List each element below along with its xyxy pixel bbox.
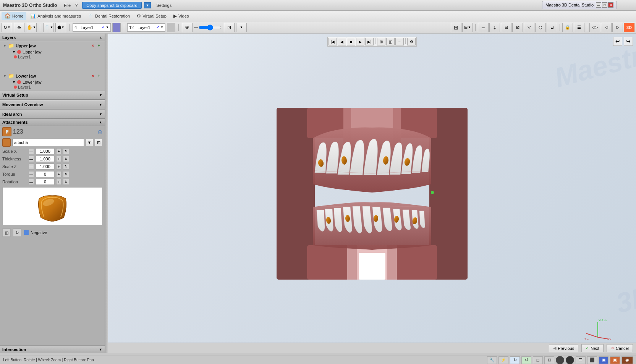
sb-dark-circle2[interactable] [566,356,574,364]
reflect-btn2[interactable]: ▷ [612,23,623,32]
menu-help[interactable]: ? [73,2,80,8]
param-torque-plus[interactable]: + [56,171,61,177]
vt-first-btn[interactable]: |◀ [329,38,337,45]
tab-analysis[interactable]: 📊 Analysis and measures [27,12,84,20]
upper-jaw-add-btn[interactable]: + [96,43,102,49]
layer1-select[interactable]: 4 - Layer1 ✓ ▼ [73,23,111,32]
param-scalex-plus[interactable]: + [56,148,61,154]
attach-option-btn1[interactable]: ◫ [2,228,11,237]
param-torque-cycle[interactable]: ↻ [63,171,69,177]
sb-special-btn[interactable]: ◉ [621,356,633,364]
menu-file[interactable]: File [61,2,73,8]
view-arr-btn5[interactable]: ▽ [524,23,534,32]
param-scalez-minus[interactable]: — [29,163,34,170]
upper-jaw-group-header[interactable]: ▼ 📁 Upper jaw ✕ + [2,42,103,49]
shape-tool-btn[interactable]: ⬟▼ [55,23,66,32]
redo-btn[interactable]: ↪ [624,37,633,46]
param-scalez-plus[interactable]: + [56,163,61,170]
sb-blue-btn[interactable]: ▣ [599,356,608,364]
attachments-header[interactable]: Attachments ▲ [0,119,105,126]
grid-btn2[interactable]: ⊞▼ [462,23,473,32]
vt-layout-btn[interactable]: ◫ [386,38,395,45]
sb-tool-btn1[interactable]: 🔧 [487,356,497,364]
tab-dental-restoration[interactable]: 🦷 Dental Restoration [85,12,133,20]
param-scalex-minus[interactable]: — [29,148,34,154]
popup-maximize-btn[interactable]: □ [602,2,607,8]
layer1-dropdown-icon[interactable]: ▼ [106,26,109,29]
layers-expand-icon[interactable]: ▲ [99,36,102,39]
move-tool-btn[interactable]: ✋▼ [26,23,37,32]
vt-stop-btn[interactable]: ■ [347,38,355,45]
attach-option-btn2[interactable]: ↻ [13,228,21,237]
layer1-color-btn[interactable] [112,23,121,32]
param-scalez-cycle[interactable]: ↻ [63,163,69,170]
list-btn[interactable]: ☰ [574,23,584,32]
tab-home[interactable]: 🏠 Home [2,12,26,20]
mirror-btn[interactable]: ◁▷ [589,23,600,32]
layers-header[interactable]: Layers ▲ [0,34,105,41]
sb-tool-btn2[interactable]: ⚡ [498,356,508,364]
view-btn2[interactable]: ⊡ [224,23,235,32]
rotate-tool-btn[interactable]: ↻▼ [2,23,12,32]
param-thickness-minus[interactable]: — [29,156,34,162]
param-rotation-cycle[interactable]: ↻ [63,179,69,185]
select-tool-btn[interactable]: ⊕ [14,23,24,32]
param-torque-minus[interactable]: — [29,171,34,177]
virtual-setup-header[interactable]: Virtual Setup ▼ [0,91,105,100]
tab-virtual-setup[interactable]: ⚙ Virtual Setup [134,12,170,20]
param-thickness-cycle[interactable]: ↻ [63,156,69,162]
sb-square-btn2[interactable]: ⊡ [544,356,554,364]
grid-btn1[interactable]: ⊞ [451,23,461,32]
vt-prev-btn[interactable]: ◀ [338,38,346,45]
sb-cube-btn[interactable]: ⬛ [587,356,597,364]
sb-orange-btn[interactable]: ▣ [610,356,620,364]
lower-jaw-remove-btn[interactable]: ✕ [90,73,95,79]
vt-settings-btn[interactable]: ⚙ [407,38,416,45]
vt-play-btn[interactable]: ▶ [356,38,364,45]
view-arr-btn3[interactable]: ⊟ [501,23,511,32]
undo-btn[interactable]: ↩ [613,37,622,46]
sb-dark-circle1[interactable] [556,356,564,364]
vt-grid-btn[interactable]: ⊞ [377,38,385,45]
view-dropdown-btn[interactable]: ▼ [236,23,247,32]
cancel-btn[interactable]: ✕ Cancel [607,344,633,352]
tab-video[interactable]: ▶ Video [170,12,192,20]
layer2-color-btn[interactable] [167,23,175,32]
reflect-btn[interactable]: ◁ [601,23,612,32]
param-rotation-minus[interactable]: — [29,179,34,185]
vt-last-btn[interactable]: ▶| [365,38,374,45]
resize-handle[interactable] [105,34,108,353]
popup-minimize-btn[interactable]: — [596,2,601,8]
vt-more-btn[interactable]: ⋯ [395,38,404,45]
view-arr-btn4[interactable]: ⊠ [512,23,523,32]
sb-square-btn1[interactable]: □ [533,356,543,364]
teeth-tool-btn[interactable]: 🦷▼ [43,23,54,32]
negative-checkbox[interactable] [24,230,29,235]
next-btn[interactable]: ✓ Next [581,344,604,352]
lock-btn[interactable]: 🔒 [562,23,573,32]
param-scalex-cycle[interactable]: ↻ [63,148,69,154]
intersection-header[interactable]: Intersection ▼ [0,346,105,353]
prev-btn[interactable]: ◀ Previous [549,344,578,352]
menu-settings[interactable]: Settings [154,2,174,8]
lower-jaw-group-header[interactable]: ▼ 📁 Lower jaw ✕ + [2,72,103,79]
view3d-btn[interactable]: 3D [624,23,634,32]
layer2-select[interactable]: 12 - Layer1 ✓ ▼ [127,23,165,32]
viewport[interactable]: Maestro 3D |◀ ◀ ■ ▶ ▶| ⊞ ◫ ⋯ ⚙ ↩ ↪ [108,34,636,353]
opacity-slider[interactable] [199,24,222,31]
view-arr-btn6[interactable]: ◎ [535,23,546,32]
attach-action-btn[interactable]: ⊡ [95,139,102,146]
popup-close-btn[interactable]: ✕ [608,2,613,8]
view-arr-btn7[interactable]: ⊿ [547,23,557,32]
param-thickness-plus[interactable]: + [56,156,61,162]
lower-jaw-add-btn[interactable]: + [96,73,102,79]
snapshot-dropdown-icon[interactable]: ▼ [144,2,151,8]
param-rotation-plus[interactable]: + [56,179,61,185]
sb-rotate-btn2[interactable]: ↺ [521,356,531,364]
ideal-arch-header[interactable]: Ideal arch ▼ [0,110,105,119]
sb-list-btn[interactable]: ☰ [576,356,586,364]
snapshot-button[interactable]: Copy snapshot to clipboard [82,2,141,9]
movement-overview-header[interactable]: Movement Overview ▼ [0,100,105,109]
view-arr-btn2[interactable]: ‡ [489,23,500,32]
attach-crosshair-btn[interactable]: ⊕ [97,128,102,136]
